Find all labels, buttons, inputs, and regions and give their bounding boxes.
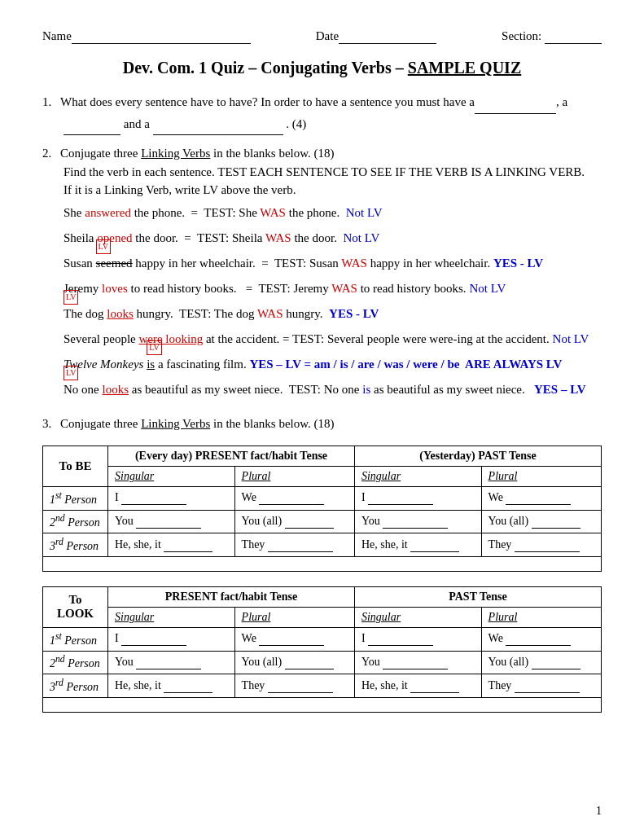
q1-text2: , a [556,92,567,113]
sentence-2: Sheila opened the door. = TEST: Sheila W… [42,228,602,248]
sentence-6: Several people were looking at the accid… [42,329,602,349]
table-look-past-header: PAST Tense [354,586,601,607]
date-field: Date [316,29,436,44]
table-look: To LOOK PRESENT fact/habit Tense PAST Te… [42,586,602,713]
lv-badge-2: LV [64,290,78,305]
table-row-spacer [43,556,602,571]
q1-blank3 [153,114,283,136]
header-line: Name Date Section: [42,29,602,44]
q2-number: 2. [42,147,60,160]
sentence-1: She answered the phone. = TEST: She WAS … [42,203,602,222]
table-row: 2nd Person You You (all) You You (all) [43,510,602,533]
table-be-title: To BE [43,446,108,487]
table-row: 2nd Person You You (all) You You (all) [43,651,602,674]
q3-label: 3. Conjugate three Linking Verbs in the … [42,417,602,431]
sentence-7: Twelve Monkeys LV is a fascinating film.… [42,354,602,374]
be-present-plural-label: Plural [234,467,354,487]
look-past-plural-label: Plural [481,607,601,627]
question-3: 3. Conjugate three Linking Verbs in the … [42,417,602,713]
table-look-title: To LOOK [43,586,108,627]
table-row: 3rd Person He, she, it They He, she, it … [43,674,602,698]
lv-badge-1: LV [96,239,111,254]
page-title: Dev. Com. 1 Quiz – Conjugating Verbs – S… [42,59,602,77]
table-be-past-header: (Yesterday) PAST Tense [354,446,601,467]
questions-section: 1. What does every sentence have to have… [42,92,602,713]
question-1: 1. What does every sentence have to have… [42,92,602,135]
be-present-singular-label: Singular [108,467,235,487]
table-row: 1st Person I We I We [43,627,602,651]
q2-line2: If it is a Linking Verb, write LV above … [42,183,602,197]
lv-badge-4: LV [64,366,78,380]
sentence-3: Susan LV seemed happy in her wheelchair.… [42,253,602,273]
table-be-present-header: (Every day) PRESENT fact/habit Tense [108,446,355,467]
sentence-4: Jeremy loves to read history books. = TE… [42,279,602,298]
question-2: 2. Conjugate three Linking Verbs in the … [42,147,602,399]
sentence-8: LV No one looks as beautiful as my sweet… [42,380,602,399]
be-past-plural-label: Plural [481,467,601,487]
section-field: Section: [502,29,602,44]
q1-blank2 [64,114,120,136]
q1-number: 1. [42,92,60,113]
lv-badge-3: LV [147,340,161,355]
table-be-section: To BE (Every day) PRESENT fact/habit Ten… [42,446,602,572]
q1-text1: What does every sentence have to have? I… [60,92,475,113]
table-row: 1st Person I We I We [43,487,602,511]
table-row: 3rd Person He, she, it They He, she, it … [43,533,602,557]
look-present-singular-label: Singular [108,607,235,627]
look-past-singular-label: Singular [354,607,481,627]
table-be: To BE (Every day) PRESENT fact/habit Ten… [42,446,602,572]
table-look-section: To LOOK PRESENT fact/habit Tense PAST Te… [42,586,602,713]
page-number: 1 [596,805,602,818]
q2-intro: Conjugate three Linking Verbs in the bla… [60,147,335,160]
q1-blank1 [475,92,556,114]
table-row-spacer [43,697,602,712]
name-field: Name [42,29,251,44]
look-present-plural-label: Plural [234,607,354,627]
be-past-singular-label: Singular [354,467,481,487]
q2-line1: Find the verb in each sentence. TEST EAC… [42,165,602,179]
table-look-present-header: PRESENT fact/habit Tense [108,586,355,607]
sentence-5: LV The dog looks hungry. TEST: The dog W… [42,304,602,323]
